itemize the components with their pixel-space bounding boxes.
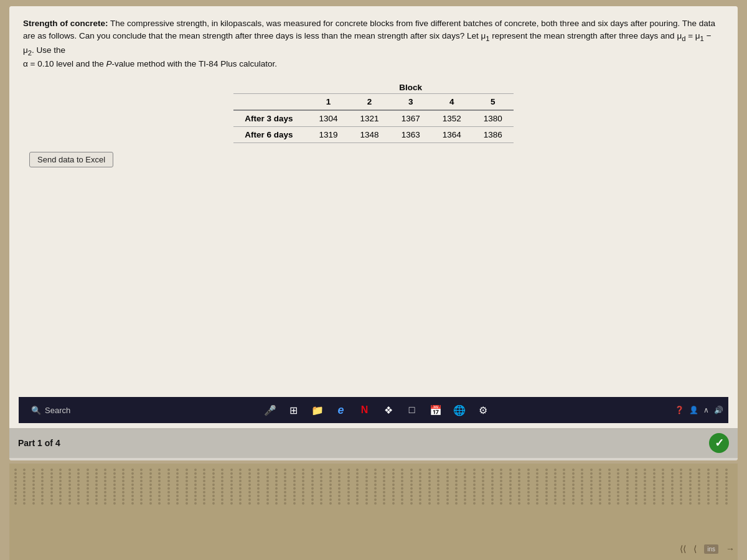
problem-description: The compressive strength, in kilopascals… xyxy=(23,19,715,55)
taskbar: 🔍 Search 🎤 ⊞ 📁 e N ❖ □ 📅 🌐 ⚙ ❓ 👤 ∧ 🔊 xyxy=(19,397,728,423)
bottom-nav: ⟨⟨ ⟨ ins → xyxy=(680,544,735,554)
cell-3days-3: 1367 xyxy=(390,110,431,127)
cell-3days-2: 1321 xyxy=(349,110,390,127)
data-table-wrapper: Block 1 2 3 4 5 After 3 day xyxy=(23,80,724,143)
block-header: Block xyxy=(308,80,514,94)
alpha-text: α = 0.10 level and the P-value method wi… xyxy=(23,59,277,68)
keyboard-area xyxy=(9,464,738,560)
search-icon: 🔍 xyxy=(31,406,41,415)
problem-text: Strength of concrete: The compressive st… xyxy=(23,17,724,71)
cell-6days-1: 1319 xyxy=(308,126,349,142)
main-content: Strength of concrete: The compressive st… xyxy=(9,6,738,428)
empty-header xyxy=(233,80,308,94)
table-row: After 3 days 1304 1321 1367 1352 1380 xyxy=(233,110,514,127)
part-indicator-bar: Part 1 of 4 ✓ xyxy=(9,428,738,458)
taskbar-window-icon[interactable]: □ xyxy=(403,401,421,419)
cell-6days-3: 1363 xyxy=(390,126,431,142)
row-label-3days: After 3 days xyxy=(233,110,308,127)
nav-prev-arrow[interactable]: ⟨ xyxy=(693,544,697,554)
problem-title: Strength of concrete: xyxy=(23,19,108,28)
laptop-body: Strength of concrete: The compressive st… xyxy=(0,0,747,560)
col-2-header: 2 xyxy=(349,93,390,110)
col-3-header: 3 xyxy=(390,93,431,110)
row-label-header xyxy=(233,93,308,110)
cell-6days-2: 1348 xyxy=(349,126,390,142)
nav-back-arrow[interactable]: ⟨⟨ xyxy=(680,544,686,554)
cell-6days-4: 1364 xyxy=(431,126,472,142)
taskbar-extra-icon[interactable]: ❖ xyxy=(380,401,397,419)
taskbar-icons: 🎤 ⊞ 📁 e N ❖ □ 📅 🌐 ⚙ xyxy=(83,401,670,419)
check-icon: ✓ xyxy=(715,436,724,450)
taskbar-user-icon: 👤 xyxy=(689,406,698,414)
taskbar-sound-icon: 🔊 xyxy=(714,406,723,414)
check-circle: ✓ xyxy=(709,433,729,453)
row-label-6days: After 6 days xyxy=(233,126,308,142)
send-excel-button[interactable]: Send data to Excel xyxy=(29,152,113,167)
screen: Strength of concrete: The compressive st… xyxy=(9,6,738,460)
taskbar-mic-icon[interactable]: 🎤 xyxy=(261,401,279,419)
cell-3days-4: 1352 xyxy=(431,110,472,127)
taskbar-browser-icon[interactable]: 🌐 xyxy=(451,401,468,419)
taskbar-windows-icon[interactable]: ⊞ xyxy=(285,401,303,419)
ins-label: ins xyxy=(704,544,718,554)
col-4-header: 4 xyxy=(431,93,472,110)
cell-6days-5: 1386 xyxy=(472,126,514,142)
part-label: Part 1 of 4 xyxy=(18,438,60,448)
send-excel-wrapper: Send data to Excel xyxy=(23,152,724,176)
search-label: Search xyxy=(45,406,70,415)
taskbar-settings-icon[interactable]: ⚙ xyxy=(474,401,492,419)
taskbar-search[interactable]: 🔍 Search xyxy=(24,403,78,418)
taskbar-calendar-icon[interactable]: 📅 xyxy=(427,401,444,419)
nav-next-arrow[interactable]: → xyxy=(726,544,735,554)
bottom-section: (a) State the null and alternate hypothe… xyxy=(9,458,738,460)
taskbar-help-icon: ❓ xyxy=(675,406,684,414)
taskbar-folder-icon[interactable]: 📁 xyxy=(309,401,326,419)
taskbar-netflix-icon[interactable]: N xyxy=(356,401,374,419)
col-5-header: 5 xyxy=(472,93,514,110)
table-row: After 6 days 1319 1348 1363 1364 1386 xyxy=(233,126,514,142)
taskbar-right: ❓ 👤 ∧ 🔊 xyxy=(675,406,723,414)
keyboard-dots xyxy=(9,464,738,510)
cell-3days-5: 1380 xyxy=(472,110,514,127)
data-table: Block 1 2 3 4 5 After 3 day xyxy=(233,80,514,143)
col-1-header: 1 xyxy=(308,93,349,110)
taskbar-up-arrow: ∧ xyxy=(703,406,709,414)
cell-3days-1: 1304 xyxy=(308,110,349,127)
taskbar-edge-icon[interactable]: e xyxy=(332,401,350,419)
